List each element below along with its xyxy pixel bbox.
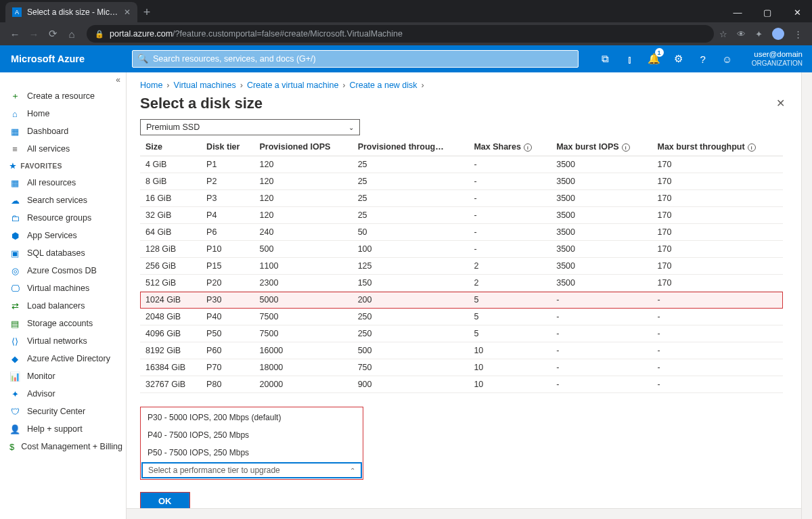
disk-type-dropdown[interactable]: Premium SSD ⌄ bbox=[140, 119, 360, 135]
disk-size-row[interactable]: 4096 GiBP5075002505-- bbox=[140, 325, 783, 342]
performance-tier-option[interactable]: P40 - 7500 IOPS, 250 Mbps bbox=[141, 426, 363, 444]
info-icon[interactable]: i bbox=[748, 143, 756, 152]
cell-thr: 250 bbox=[353, 325, 469, 342]
performance-tier-option[interactable]: P50 - 7500 IOPS, 250 Mbps bbox=[141, 444, 363, 461]
disk-size-row[interactable]: 16384 GiBP701800075010-- bbox=[140, 359, 783, 376]
cell-tier: P1 bbox=[201, 156, 254, 173]
breadcrumb-link[interactable]: Create a virtual machine bbox=[247, 81, 338, 90]
cloud-shell-icon[interactable]: ⧉ bbox=[593, 45, 618, 72]
column-header[interactable]: Provisioned throug… bbox=[353, 138, 469, 156]
disk-size-row[interactable]: 256 GiBP15110012523500170 bbox=[140, 258, 783, 275]
column-header[interactable]: Disk tier bbox=[201, 138, 254, 156]
sidebar-item-label: Home bbox=[27, 109, 49, 118]
settings-gear-icon[interactable]: ⚙ bbox=[667, 45, 691, 72]
sidebar-item-azure-active-directory[interactable]: ◆Azure Active Directory bbox=[0, 350, 126, 367]
browser-menu-icon[interactable]: ⋮ bbox=[794, 29, 803, 39]
azure-search-box[interactable]: 🔍 bbox=[132, 50, 579, 68]
sidebar-item-advisor[interactable]: ✦Advisor bbox=[0, 385, 126, 403]
disk-size-row[interactable]: 8 GiBP212025-3500170 bbox=[140, 173, 783, 190]
sidebar-item-label: Advisor bbox=[27, 389, 55, 399]
sidebar-item-security-center[interactable]: 🛡Security Center bbox=[0, 403, 126, 420]
sidebar-item-label: All resources bbox=[27, 178, 76, 187]
vertical-scrollbar[interactable] bbox=[801, 72, 812, 519]
disk-size-row[interactable]: 64 GiBP624050-3500170 bbox=[140, 224, 783, 241]
nav-home-icon[interactable]: ⌂ bbox=[62, 28, 81, 40]
load-balancers-icon: ⇄ bbox=[9, 300, 20, 311]
horizontal-scrollbar[interactable] bbox=[127, 508, 801, 519]
sidebar-item-storage-accounts[interactable]: ▤Storage accounts bbox=[0, 315, 126, 332]
chevron-down-icon: ⌄ bbox=[348, 124, 354, 131]
sidebar-item-monitor[interactable]: 📊Monitor bbox=[0, 367, 126, 385]
info-icon[interactable]: i bbox=[622, 143, 630, 152]
help-icon[interactable]: ? bbox=[691, 45, 715, 72]
cell-shares: 5 bbox=[468, 325, 551, 342]
directories-icon[interactable]: ⫿ bbox=[618, 45, 642, 72]
sidebar-collapse-icon[interactable]: « bbox=[0, 72, 126, 87]
window-close-button[interactable]: ✕ bbox=[782, 2, 812, 22]
sidebar-item-create-a-resource[interactable]: ＋Create a resource bbox=[0, 87, 126, 105]
sidebar-item-all-resources[interactable]: ▦All resources bbox=[0, 174, 126, 191]
disk-size-row[interactable]: 512 GiBP20230015023500170 bbox=[140, 275, 783, 292]
new-tab-button[interactable]: + bbox=[137, 5, 156, 22]
disk-size-row[interactable]: 32 GiBP412025-3500170 bbox=[140, 207, 783, 224]
disk-size-row[interactable]: 32767 GiBP802000090010-- bbox=[140, 376, 783, 393]
close-panel-icon[interactable]: ✕ bbox=[773, 94, 788, 112]
url-input[interactable]: 🔒 portal.azure.com/?feature.customportal… bbox=[87, 25, 714, 43]
browser-tab[interactable]: A Select a disk size - Microsoft Azu… ✕ bbox=[5, 2, 137, 22]
disk-size-row[interactable]: 8192 GiBP601600050010-- bbox=[140, 342, 783, 359]
window-minimize-button[interactable]: ― bbox=[723, 2, 752, 22]
sidebar-item-search-services[interactable]: ☁Search services bbox=[0, 191, 126, 209]
nav-back-icon[interactable]: ← bbox=[5, 28, 24, 40]
breadcrumb-link[interactable]: Virtual machines bbox=[174, 81, 236, 90]
column-header[interactable]: Max burst IOPSi bbox=[551, 138, 652, 156]
sidebar-item-home[interactable]: ⌂Home bbox=[0, 105, 126, 122]
disk-size-row[interactable]: 4 GiBP112025-3500170 bbox=[140, 156, 783, 173]
security-center-icon: 🛡 bbox=[9, 406, 20, 417]
sidebar-item-load-balancers[interactable]: ⇄Load balancers bbox=[0, 297, 126, 315]
column-header[interactable]: Size bbox=[140, 138, 201, 156]
cell-bthr: - bbox=[652, 342, 784, 359]
performance-tier-dropdown[interactable]: Select a performance tier to upgrade ⌃ bbox=[142, 463, 361, 478]
sidebar-item-app-services[interactable]: ⬢App Services bbox=[0, 227, 126, 244]
disk-size-row[interactable]: 128 GiBP10500100-3500170 bbox=[140, 241, 783, 258]
sidebar-item-resource-groups[interactable]: 🗀Resource groups bbox=[0, 209, 126, 227]
performance-tier-option[interactable]: P30 - 5000 IOPS, 200 Mbps (default) bbox=[141, 409, 363, 426]
user-account[interactable]: user@domain ORGANIZATION bbox=[740, 50, 812, 68]
eye-icon[interactable]: 👁 bbox=[737, 29, 746, 39]
cell-tier: P2 bbox=[201, 173, 254, 190]
disk-size-row[interactable]: 16 GiBP312025-3500170 bbox=[140, 190, 783, 207]
azure-logo[interactable]: Microsoft Azure bbox=[11, 53, 85, 64]
column-header[interactable]: Max Sharesi bbox=[468, 138, 551, 156]
sidebar-item-help-support[interactable]: 👤Help + support bbox=[0, 420, 126, 438]
cell-biops: - bbox=[551, 342, 652, 359]
breadcrumb-separator: › bbox=[166, 81, 169, 90]
sidebar-item-virtual-networks[interactable]: ⟨⟩Virtual networks bbox=[0, 332, 126, 350]
bookmark-star-icon[interactable]: ☆ bbox=[719, 29, 727, 39]
profile-avatar[interactable] bbox=[772, 28, 784, 40]
sidebar-item-azure-cosmos-db[interactable]: ◎Azure Cosmos DB bbox=[0, 262, 126, 279]
ok-button[interactable]: OK bbox=[140, 492, 190, 508]
sidebar-item-cost-management-billing[interactable]: $Cost Management + Billing bbox=[0, 438, 126, 455]
feedback-icon[interactable]: ☺ bbox=[715, 45, 740, 72]
disk-size-row[interactable]: 1024 GiBP3050002005-- bbox=[140, 292, 783, 309]
sidebar-item-dashboard[interactable]: ▦Dashboard bbox=[0, 122, 126, 140]
window-maximize-button[interactable]: ▢ bbox=[752, 2, 782, 22]
column-header[interactable]: Max burst throughputi bbox=[652, 138, 784, 156]
nav-forward-icon[interactable]: → bbox=[24, 28, 43, 40]
notifications-icon[interactable]: 🔔1 bbox=[642, 45, 667, 72]
cell-iops: 120 bbox=[254, 190, 353, 207]
azure-search-input[interactable] bbox=[132, 50, 579, 68]
tab-close-icon[interactable]: ✕ bbox=[124, 7, 131, 17]
sidebar-item-virtual-machines[interactable]: 🖵Virtual machines bbox=[0, 279, 126, 297]
extensions-icon[interactable]: ✦ bbox=[755, 29, 763, 39]
sidebar-item-sql-databases[interactable]: ▣SQL databases bbox=[0, 244, 126, 262]
disk-size-row[interactable]: 2048 GiBP4075002505-- bbox=[140, 309, 783, 325]
cell-thr: 25 bbox=[353, 173, 469, 190]
cell-bthr: 170 bbox=[652, 258, 784, 275]
column-header[interactable]: Provisioned IOPS bbox=[254, 138, 353, 156]
sidebar-item-all-services[interactable]: ≡All services bbox=[0, 140, 126, 158]
breadcrumb-link[interactable]: Home bbox=[140, 81, 162, 90]
info-icon[interactable]: i bbox=[524, 143, 532, 152]
breadcrumb-link[interactable]: Create a new disk bbox=[350, 81, 418, 90]
nav-reload-icon[interactable]: ⟳ bbox=[43, 28, 62, 40]
